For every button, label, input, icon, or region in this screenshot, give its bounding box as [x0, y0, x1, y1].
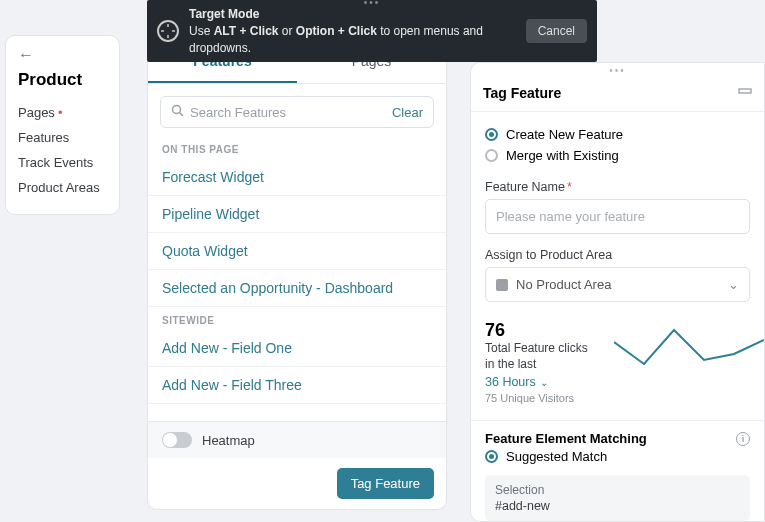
sidebar-item-track-events[interactable]: Track Events	[18, 150, 107, 175]
tag-feature-panel: ••• Tag Feature Create New Feature Merge…	[470, 62, 765, 522]
panel-title: Tag Feature	[483, 85, 738, 101]
info-icon[interactable]: i	[736, 432, 750, 446]
radio-suggested-match[interactable]: Suggested Match	[485, 446, 750, 467]
feature-item[interactable]: Add New - Field Three	[148, 367, 446, 404]
clear-button[interactable]: Clear	[392, 105, 423, 120]
collapse-icon[interactable]	[738, 84, 752, 101]
selection-box: Selection #add-new	[485, 475, 750, 521]
feature-item[interactable]: Add New - Field One	[148, 330, 446, 367]
matching-section: Feature Element Matching i Suggested Mat…	[471, 420, 764, 521]
target-mode-banner: ••• Target Mode Use ALT + Click or Optio…	[147, 0, 597, 62]
target-icon	[157, 20, 179, 42]
search-row: Clear	[160, 96, 434, 128]
feature-item[interactable]: Pipeline Widget	[148, 196, 446, 233]
svg-rect-6	[739, 89, 751, 93]
chevron-down-icon: ⌄	[540, 377, 548, 388]
sidebar-item-pages[interactable]: Pages•	[18, 100, 107, 125]
panel-footer: Tag Feature	[148, 458, 446, 509]
back-button[interactable]: ←	[18, 46, 107, 64]
feature-item[interactable]: Forecast Widget	[148, 159, 446, 196]
cancel-button[interactable]: Cancel	[526, 19, 587, 43]
tag-feature-button[interactable]: Tag Feature	[337, 468, 434, 499]
product-area-select[interactable]: No Product Area ⌄	[485, 267, 750, 302]
radio-icon	[485, 450, 498, 463]
radio-icon	[485, 128, 498, 141]
banner-title: Target Mode	[189, 6, 526, 23]
section-sitewide: SITEWIDE	[148, 307, 446, 330]
sidebar-item-features[interactable]: Features	[18, 125, 107, 150]
svg-line-5	[180, 113, 184, 117]
stat-unique-visitors: 75 Unique Visitors	[485, 392, 750, 404]
sidebar-title: Product	[18, 70, 107, 90]
search-icon	[171, 104, 184, 120]
sidebar: ← Product Pages• Features Track Events P…	[5, 35, 120, 215]
radio-create-new[interactable]: Create New Feature	[485, 124, 750, 145]
time-range-dropdown[interactable]: 36 Hours⌄	[485, 375, 548, 389]
feature-item[interactable]: Quota Widget	[148, 233, 446, 270]
clicks-sparkline	[614, 322, 764, 382]
svg-point-4	[173, 106, 181, 114]
selection-label: Selection	[495, 483, 740, 497]
chevron-down-icon: ⌄	[728, 277, 739, 292]
area-color-icon	[496, 279, 508, 291]
radio-label: Create New Feature	[506, 127, 623, 142]
target-mode-text: Target Mode Use ALT + Click or Option + …	[189, 6, 526, 56]
select-value: No Product Area	[516, 277, 611, 292]
search-input[interactable]	[190, 105, 392, 120]
heatmap-toggle[interactable]	[162, 432, 192, 448]
drag-handle-icon[interactable]: •••	[471, 63, 764, 78]
radio-label: Suggested Match	[506, 449, 607, 464]
features-panel: Features Pages Clear ON THIS PAGE Foreca…	[147, 40, 447, 510]
radio-icon	[485, 149, 498, 162]
section-on-this-page: ON THIS PAGE	[148, 136, 446, 159]
feature-name-input[interactable]	[485, 199, 750, 234]
sidebar-item-product-areas[interactable]: Product Areas	[18, 175, 107, 200]
banner-instruction: Use ALT + Click or Option + Click to ope…	[189, 23, 526, 57]
panel-header: Tag Feature	[471, 78, 764, 112]
radio-merge-existing[interactable]: Merge with Existing	[485, 145, 750, 166]
assign-area-label: Assign to Product Area	[485, 248, 750, 262]
notification-dot-icon: •	[58, 105, 63, 120]
radio-label: Merge with Existing	[506, 148, 619, 163]
heatmap-row: Heatmap	[148, 421, 446, 458]
heatmap-label: Heatmap	[202, 433, 255, 448]
stats-block: 76 Total Feature clicks in the last 36 H…	[485, 320, 750, 404]
drag-handle-icon[interactable]: •••	[364, 0, 381, 8]
feature-item[interactable]: Selected an Opportunity - Dashboard	[148, 270, 446, 307]
matching-title: Feature Element Matching i	[485, 431, 750, 446]
selection-value: #add-new	[495, 499, 740, 513]
feature-name-label: Feature Name*	[485, 180, 750, 194]
